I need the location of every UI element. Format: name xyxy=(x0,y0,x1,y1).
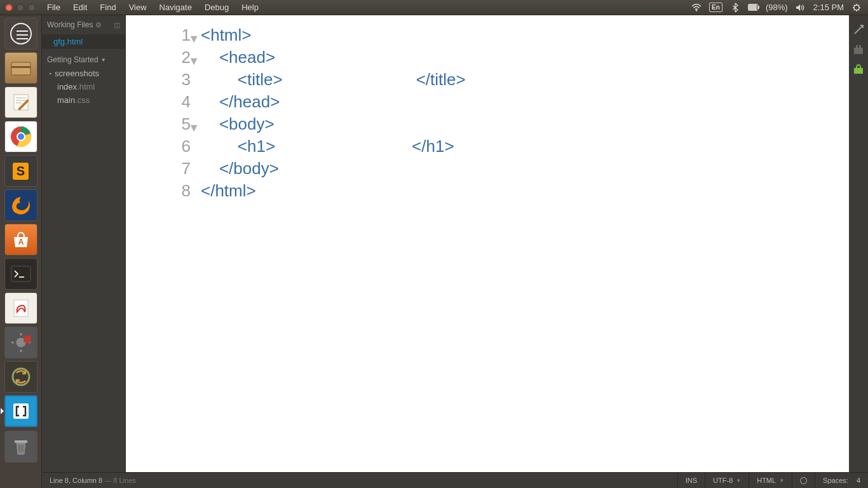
launcher-settings[interactable] xyxy=(4,327,37,358)
launcher-brackets[interactable] xyxy=(4,395,37,427)
unity-launcher: S A xyxy=(0,15,42,488)
svg-point-0 xyxy=(696,10,697,11)
circle-icon xyxy=(800,477,807,484)
file-item[interactable]: index.html xyxy=(42,80,125,93)
folder-label: screenshots xyxy=(55,69,99,78)
svg-text:A: A xyxy=(18,238,24,247)
working-files-header[interactable]: Working Files ⚙ ◫ xyxy=(42,15,125,34)
close-button[interactable] xyxy=(5,4,13,11)
battery-icon[interactable] xyxy=(748,3,758,13)
svg-rect-16 xyxy=(15,440,27,443)
menu-help[interactable]: Help xyxy=(235,0,265,15)
svg-rect-20 xyxy=(854,68,863,74)
total-lines-text: — 8 Lines xyxy=(102,477,136,484)
working-files-label: Working Files xyxy=(47,20,93,29)
launcher-software-updater[interactable] xyxy=(4,361,37,393)
extensions-update-icon[interactable] xyxy=(853,64,864,75)
minimize-button[interactable] xyxy=(17,4,24,11)
maximize-button[interactable] xyxy=(28,4,36,11)
lint-status[interactable] xyxy=(792,473,815,489)
launcher-terminal[interactable] xyxy=(4,258,37,290)
indent-selector[interactable]: Spaces: 4 xyxy=(815,473,868,489)
file-item[interactable]: main.css xyxy=(42,93,125,107)
file-name: main xyxy=(57,95,75,105)
insert-mode-indicator[interactable]: INS xyxy=(677,473,705,489)
keyboard-lang-indicator[interactable]: En xyxy=(709,3,722,12)
right-toolbar xyxy=(849,15,868,472)
working-file-item[interactable]: gfg.html xyxy=(42,34,125,49)
code-area[interactable]: <html> <head> <title></title> </head> <b… xyxy=(201,15,849,472)
launcher-dash[interactable] xyxy=(4,18,37,50)
menu-view[interactable]: View xyxy=(123,0,153,15)
cursor-position[interactable]: Line 8, Column 8 — 8 Lines xyxy=(42,477,144,484)
svg-rect-17 xyxy=(854,48,863,54)
language-mode-selector[interactable]: HTML▼ xyxy=(749,473,792,489)
menu-edit[interactable]: Edit xyxy=(67,0,93,15)
encoding-selector[interactable]: UTF-8▼ xyxy=(705,473,749,489)
brackets-window: Working Files ⚙ ◫ gfg.html Getting Start… xyxy=(42,15,868,488)
sidebar: Working Files ⚙ ◫ gfg.html Getting Start… xyxy=(42,15,126,472)
wifi-icon[interactable] xyxy=(691,3,702,13)
window-controls xyxy=(0,4,41,11)
file-ext: .css xyxy=(75,95,90,105)
svg-rect-2 xyxy=(11,62,31,75)
svg-point-7 xyxy=(18,133,24,140)
line-number-gutter: 1▼2▼345▼678 xyxy=(126,15,201,472)
getting-started-label: Getting Started xyxy=(47,55,98,64)
file-name: index xyxy=(57,82,77,92)
getting-started-section[interactable]: Getting Started ▼ xyxy=(42,49,125,67)
split-view-icon[interactable]: ◫ xyxy=(114,21,120,29)
launcher-document-viewer[interactable] xyxy=(4,292,37,324)
session-icon[interactable] xyxy=(851,3,862,13)
language-mode-text: HTML xyxy=(757,477,776,484)
chevron-down-icon: ▼ xyxy=(101,57,106,63)
svg-rect-18 xyxy=(856,45,858,48)
code-editor[interactable]: 1▼2▼345▼678 <html> <head> <title></title… xyxy=(126,15,849,472)
live-preview-icon[interactable] xyxy=(853,24,864,36)
volume-icon[interactable] xyxy=(796,3,806,13)
bluetooth-icon[interactable] xyxy=(730,3,740,13)
menu-navigate[interactable]: Navigate xyxy=(153,0,198,15)
cursor-position-text: Line 8, Column 8 xyxy=(50,477,102,484)
chevron-down-icon: ▼ xyxy=(736,478,741,484)
file-ext: .html xyxy=(77,82,95,92)
svg-rect-15 xyxy=(13,403,29,419)
launcher-trash[interactable] xyxy=(4,431,37,463)
svg-rect-3 xyxy=(11,66,31,68)
svg-rect-19 xyxy=(859,45,861,48)
svg-rect-10 xyxy=(11,266,31,281)
chevron-down-icon: ▼ xyxy=(779,478,784,484)
indent-label: Spaces: xyxy=(823,477,848,484)
extension-manager-icon[interactable] xyxy=(853,44,864,55)
chevron-right-icon: ▸ xyxy=(50,71,52,76)
menu-find[interactable]: Find xyxy=(93,0,122,15)
indent-value: 4 xyxy=(857,477,860,484)
menu-file[interactable]: File xyxy=(41,0,67,15)
folder-item[interactable]: ▸ screenshots xyxy=(42,67,125,80)
menu-debug[interactable]: Debug xyxy=(198,0,235,15)
launcher-text-editor[interactable] xyxy=(4,86,37,118)
launcher-software-center[interactable]: A xyxy=(4,224,37,255)
system-tray: En (98%) 2:15 PM xyxy=(685,3,868,13)
launcher-files[interactable] xyxy=(4,52,37,84)
insert-mode-text: INS xyxy=(686,477,697,484)
clock[interactable]: 2:15 PM xyxy=(813,3,844,12)
launcher-chrome[interactable] xyxy=(4,121,37,152)
battery-percent: (98%) xyxy=(766,3,788,12)
app-menu: File Edit Find View Navigate Debug Help xyxy=(41,0,265,15)
status-bar: Line 8, Column 8 — 8 Lines INS UTF-8▼ HT… xyxy=(42,472,868,488)
encoding-text: UTF-8 xyxy=(713,477,733,484)
system-menubar: File Edit Find View Navigate Debug Help … xyxy=(0,0,868,15)
gear-icon[interactable]: ⚙ xyxy=(95,21,102,29)
launcher-sublime[interactable]: S xyxy=(4,155,37,187)
launcher-firefox[interactable] xyxy=(4,189,37,221)
